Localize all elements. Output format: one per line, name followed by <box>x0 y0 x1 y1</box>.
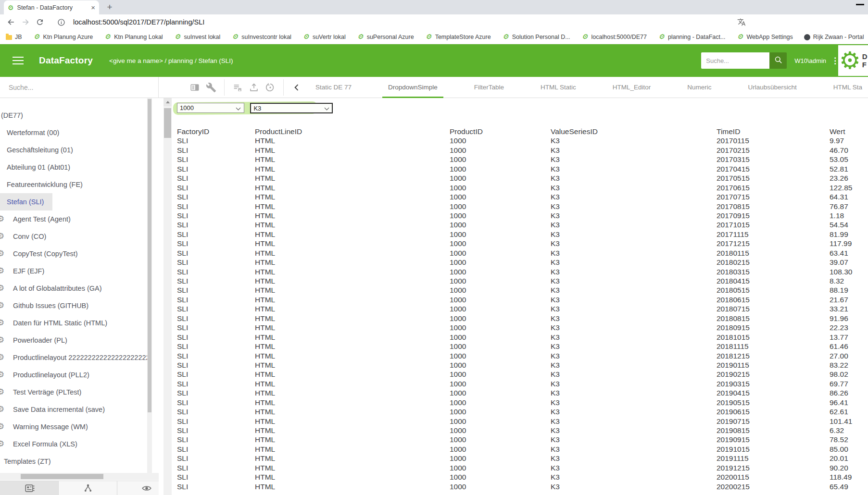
sidebar-tree-item[interactable]: ⚙(DE77) <box>0 107 147 124</box>
cell-factory-id: SLI <box>177 379 255 388</box>
bookmark-item[interactable]: Ktn Planung Lokal <box>104 33 163 40</box>
bookmark-item[interactable]: WebApp Settings <box>736 33 793 40</box>
bookmark-item[interactable]: suVertr lokal <box>302 33 346 40</box>
cell-productline-id: HTML <box>255 276 450 285</box>
cell-productline-id: HTML <box>255 388 450 397</box>
view-tab[interactable]: Numeric <box>681 77 717 98</box>
sidebar-tree-item[interactable]: ⚙Productlinelayout (PLL2) <box>0 366 147 384</box>
sidebar-search-input[interactable] <box>9 84 143 91</box>
report-panel-button[interactable] <box>187 79 203 96</box>
browser-tab[interactable]: ⚙ Stefan - DataFactory × <box>4 0 99 14</box>
sidebar-tree-item[interactable]: ⚙EJF (EJF) <box>0 262 147 280</box>
sidebar-tree-item[interactable]: ⚙Featureentwicklung (FE) <box>0 176 147 193</box>
tab-label: Numeric <box>687 84 711 91</box>
view-tab[interactable]: DropdownSimple <box>382 77 443 98</box>
cell-product-id: 1000 <box>450 360 551 370</box>
cell-valueseries-id: K3 <box>551 276 717 285</box>
save-list-button[interactable] <box>229 79 246 96</box>
sidebar-tree-item[interactable]: ⚙Geschäftsleitung (01) <box>0 141 147 159</box>
bookmark-item[interactable]: JB <box>6 34 22 40</box>
valueseries-dropdown[interactable]: K3 <box>250 103 333 113</box>
cell-valueseries-id: K3 <box>551 370 717 379</box>
planning-tree: ⚙(DE77) ⚙Werteformat (00) ⚙Geschäftsleit… <box>0 98 147 473</box>
sidebar-vertical-scrollbar[interactable] <box>147 98 152 473</box>
sidebar-tree-item[interactable]: ⚙Powerloader (PL) <box>0 332 147 349</box>
view-tab[interactable]: Urlaubsübersicht <box>742 77 802 98</box>
sidebar-tree-item[interactable]: ⚙Daten für HTML Static (HTML) <box>0 314 147 332</box>
content-vertical-scrollbar[interactable] <box>164 98 172 495</box>
scroll-up-button[interactable] <box>164 98 172 106</box>
cell-productline-id: HTML <box>255 239 450 248</box>
gear-logo-icon: ⚙ <box>839 46 861 75</box>
sidebar-tree-item[interactable]: ⚙CopyTest (CopyTest) <box>0 245 147 262</box>
sidebar-horizontal-scrollbar[interactable] <box>0 473 171 480</box>
sidebar-tree-item[interactable]: ⚙Conv (CO) <box>0 228 147 245</box>
table-row: SLI HTML 1000 K3 20170515 23.26 <box>177 173 868 183</box>
scrollbar-thumb[interactable] <box>21 474 103 479</box>
bookmark-item[interactable]: suInvestcontr lokal <box>231 33 291 40</box>
cell-factory-id: SLI <box>177 304 255 313</box>
sidebar-tree-item[interactable]: ⚙Agent Test (Agent) <box>0 210 147 228</box>
scrollbar-thumb[interactable] <box>164 108 171 138</box>
view-tab[interactable]: HTML Sta <box>828 77 868 98</box>
cell-product-id: 1000 <box>450 482 551 491</box>
translate-icon[interactable] <box>735 16 748 28</box>
column-header-product-id: ProductID <box>450 127 551 136</box>
cell-time-id: 20190915 <box>717 435 830 444</box>
sidebar-item-label: Stefan (SLI) <box>7 198 44 206</box>
sidebar-tree-item[interactable]: ⚙Stefan (SLI) <box>0 193 52 210</box>
table-row: SLI HTML 1000 K3 20180515 88.19 <box>177 285 868 295</box>
sidebar-tree-item[interactable]: ⚙Templates (ZT) <box>0 453 147 470</box>
back-button[interactable] <box>5 16 17 28</box>
sidebar-tree-item[interactable]: ⚙Warning Message (WM) <box>0 418 147 435</box>
view-tab[interactable]: HTML Static <box>535 77 582 98</box>
window-minimize-icon[interactable] <box>856 4 864 5</box>
header-search-input[interactable] <box>701 52 769 69</box>
cell-factory-id: SLI <box>177 220 255 229</box>
sidebar-tree-item[interactable]: ⚙Test Verträge (PLTest) <box>0 384 147 401</box>
close-tab-icon[interactable]: × <box>91 3 95 12</box>
site-info-icon[interactable] <box>55 16 67 28</box>
bookmark-item[interactable]: suPersonal Azure <box>357 33 414 40</box>
sidebar-tree-item[interactable]: ⚙Excel Formula (XLS) <box>0 435 147 453</box>
sidebar-tree-item[interactable]: ⚙Productlinelayout 222222222222222222222… <box>0 349 147 366</box>
cell-time-id: 20190615 <box>717 407 830 416</box>
view-tab[interactable]: HTML_Editor <box>607 77 657 98</box>
view-tab[interactable]: FilterTable <box>468 77 510 98</box>
settings-wrench-button[interactable] <box>203 79 219 96</box>
bookmark-item[interactable]: TemplateStore Azure <box>425 33 491 40</box>
export-upload-button[interactable] <box>246 79 262 96</box>
cell-time-id: 20180215 <box>717 258 830 267</box>
sidebar-tree-item[interactable]: ⚙Save Data incremental (save) <box>0 401 147 418</box>
bookmark-item[interactable]: planning - DataFact... <box>658 33 726 40</box>
hierarchy-view-button[interactable] <box>59 481 117 495</box>
tabs-scroll-left-button[interactable] <box>289 79 305 96</box>
cell-productline-id: HTML <box>255 472 450 482</box>
scrollbar-thumb[interactable] <box>148 99 151 412</box>
sidebar-tree-item[interactable]: ⚙Abteilung 01 (Abt01) <box>0 159 147 176</box>
table-row: SLI HTML 1000 K3 20170115 9.97 <box>177 136 868 145</box>
reload-button[interactable] <box>34 16 46 28</box>
cell-valueseries-id: K3 <box>551 417 717 426</box>
bookmark-item[interactable]: localhost:5000/DE77 <box>581 33 647 40</box>
cell-valueseries-id: K3 <box>551 351 717 360</box>
menu-icon[interactable] <box>13 60 24 62</box>
product-dropdown[interactable]: 1000 <box>177 103 244 113</box>
sidebar-tree-item[interactable]: ⚙Werteformat (00) <box>0 124 147 141</box>
bookmark-item[interactable]: Ktn Planung Azure <box>33 33 93 40</box>
bookmark-item[interactable]: Solution Personal D... <box>502 33 570 40</box>
view-tab[interactable]: Static DE 77 <box>310 77 357 98</box>
datasheet-view-button[interactable] <box>0 481 59 495</box>
history-restore-button[interactable] <box>262 79 278 96</box>
sidebar-tree-item[interactable]: ⚙A lot of Globalattributes (GA) <box>0 280 147 297</box>
bookmark-item[interactable]: suInvest lokal <box>174 33 221 40</box>
forward-button[interactable] <box>19 16 32 28</box>
sidebar-item-label: Agent Test (Agent) <box>13 215 71 223</box>
sidebar-tree-item[interactable]: ⚙Github Issues (GITHUB) <box>0 297 147 314</box>
new-tab-button[interactable]: + <box>103 0 116 14</box>
header-search-button[interactable] <box>769 52 787 69</box>
cell-factory-id: SLI <box>177 360 255 370</box>
bookmark-item[interactable]: Rijk Zwaan - Portal <box>804 34 864 40</box>
url-text[interactable]: localhost:5000/sql2017/DE77/planning/SLI <box>73 18 735 26</box>
cell-productline-id: HTML <box>255 164 450 173</box>
